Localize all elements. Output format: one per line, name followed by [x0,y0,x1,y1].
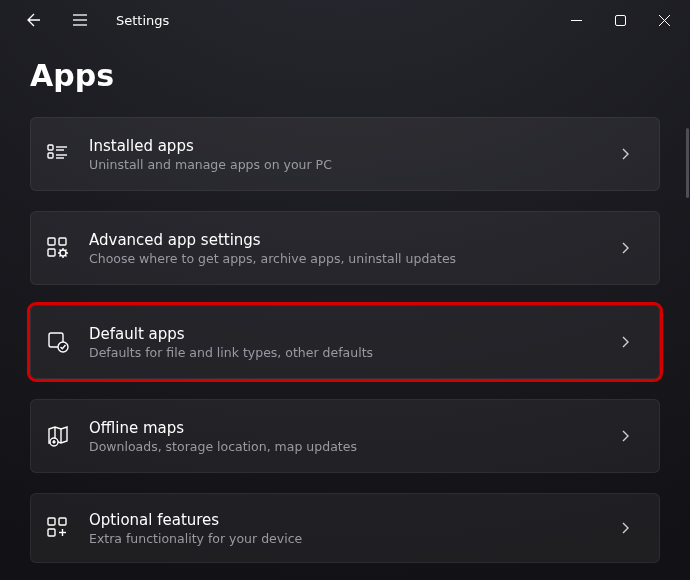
default-apps-title: Default apps [89,325,613,343]
chevron-right-icon [613,142,637,166]
maximize-icon [615,15,626,26]
offline-maps-icon [45,423,71,449]
apps-settings-list: Installed apps Uninstall and manage apps… [0,117,690,563]
back-button[interactable] [12,0,56,40]
minimize-button[interactable] [554,0,598,40]
titlebar: Settings [0,0,690,40]
back-arrow-icon [26,12,42,28]
optional-features-title: Optional features [89,511,613,529]
svg-rect-4 [615,15,625,25]
offline-maps-subtitle: Downloads, storage location, map updates [89,439,613,454]
minimize-icon [571,15,582,26]
advanced-app-settings-subtitle: Choose where to get apps, archive apps, … [89,251,613,266]
hamburger-icon [72,12,88,28]
svg-rect-14 [59,238,66,245]
page-heading: Apps [0,40,690,117]
nav-menu-button[interactable] [58,0,102,40]
offline-maps-title: Offline maps [89,419,613,437]
default-apps-subtitle: Defaults for file and link types, other … [89,345,613,360]
installed-apps-subtitle: Uninstall and manage apps on your PC [89,157,613,172]
installed-apps-row[interactable]: Installed apps Uninstall and manage apps… [30,117,660,191]
svg-rect-13 [48,238,55,245]
svg-rect-21 [59,518,66,525]
window-title: Settings [116,13,169,28]
svg-rect-7 [48,145,53,150]
advanced-app-settings-row[interactable]: Advanced app settings Choose where to ge… [30,211,660,285]
default-apps-icon [45,329,71,355]
close-icon [659,15,670,26]
installed-apps-title: Installed apps [89,137,613,155]
offline-maps-row[interactable]: Offline maps Downloads, storage location… [30,399,660,473]
chevron-right-icon [613,424,637,448]
chevron-right-icon [613,330,637,354]
svg-rect-22 [48,529,55,536]
svg-rect-20 [48,518,55,525]
maximize-button[interactable] [598,0,642,40]
chevron-right-icon [613,516,637,540]
svg-rect-8 [48,153,53,158]
svg-rect-15 [48,249,55,256]
advanced-app-settings-title: Advanced app settings [89,231,613,249]
vertical-scrollbar[interactable] [686,128,689,198]
installed-apps-icon [45,141,71,167]
optional-features-icon [45,515,71,541]
chevron-right-icon [613,236,637,260]
default-apps-row[interactable]: Default apps Defaults for file and link … [30,305,660,379]
optional-features-row[interactable]: Optional features Extra functionality fo… [30,493,660,563]
advanced-app-settings-icon [45,235,71,261]
optional-features-subtitle: Extra functionality for your device [89,531,613,546]
close-button[interactable] [642,0,686,40]
